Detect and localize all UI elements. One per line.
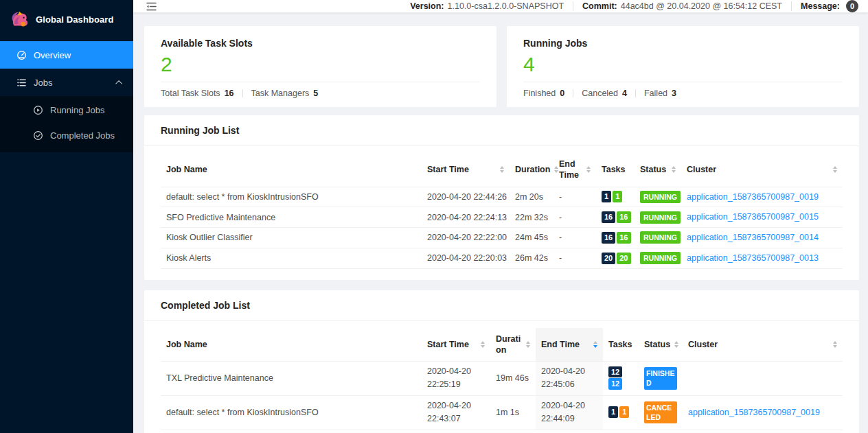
stat-value: 5 — [313, 89, 318, 98]
sort-icon[interactable] — [477, 341, 485, 348]
main-area: Version: 1.10.0-csa1.2.0.0-SNAPSHOT Comm… — [133, 0, 868, 433]
status-cell: RUNNING — [635, 187, 681, 207]
column-header-start-time[interactable]: Start Time — [422, 153, 510, 187]
sidebar-item-label: Completed Jobs — [50, 130, 115, 141]
sidebar-item-jobs[interactable]: Jobs — [0, 69, 133, 96]
sort-icon[interactable] — [550, 166, 558, 173]
card-header: Running Job List — [144, 115, 859, 146]
content: Available Task Slots 2 Total Task Slots … — [133, 12, 868, 433]
card-title: Running Jobs — [523, 38, 843, 49]
start-time-cell: 2020-04-20 22:43:07 — [422, 395, 490, 430]
available-task-slots-value: 2 — [161, 53, 480, 75]
jobs-submenu: Running Jobs Completed Jobs — [0, 96, 133, 152]
sort-icon[interactable] — [667, 166, 676, 173]
sidebar-menu: Overview Jobs — [0, 41, 133, 152]
job-row: Kiosk Outlier Classifier 2020-04-20 22:2… — [161, 228, 843, 248]
dashboard-icon — [16, 50, 27, 60]
cluster-link[interactable]: application_1587365700987_0013 — [687, 253, 819, 263]
sort-icon[interactable] — [496, 166, 504, 173]
column-header-end-time[interactable]: End Time — [536, 328, 603, 362]
job-row: SFO Predictive Maintenance 2020-04-20 22… — [161, 207, 843, 228]
tasks-state-badge: 1 — [619, 406, 629, 418]
column-header-status[interactable]: Status — [639, 328, 683, 362]
cluster-link[interactable]: application_1587365700987_0015 — [687, 212, 819, 222]
job-row: default: select * from KioskIntrusionSFO… — [161, 187, 843, 207]
sidebar-item-label: Overview — [34, 50, 71, 60]
cluster-cell: application_1587365700987_0019 — [683, 395, 843, 430]
column-header-duration[interactable]: Duration — [490, 328, 536, 362]
sort-icon[interactable] — [670, 341, 678, 348]
job-name-cell: Kiosk Outlier Classifier — [161, 228, 422, 248]
status-cell: CANCELED — [639, 395, 683, 430]
sidebar-item-completed-jobs[interactable]: Completed Jobs — [0, 123, 133, 148]
card-title: Available Task Slots — [161, 38, 480, 49]
column-header-tasks: Tasks — [596, 153, 635, 187]
tasks-cell: 2020 — [596, 248, 635, 268]
sort-icon-active-desc[interactable] — [589, 341, 597, 348]
tasks-cell: 1616 — [596, 207, 635, 228]
sort-icon[interactable] — [829, 341, 837, 348]
column-header-cluster[interactable]: Cluster — [683, 328, 843, 362]
tasks-state-badge: 16 — [617, 211, 630, 223]
app-title: Global Dashboard — [36, 14, 114, 25]
column-header-cluster[interactable]: Cluster — [681, 153, 843, 187]
status-badge: RUNNING — [640, 191, 681, 203]
stat-value: 16 — [225, 89, 234, 98]
tasks-state-badge: 1 — [613, 191, 622, 202]
column-header-end-time[interactable]: End Time — [553, 153, 596, 187]
tasks-cell: 11 — [596, 187, 635, 207]
sidebar-item-label: Running Jobs — [50, 105, 105, 115]
cluster-cell: application_1587365700987_0015 — [681, 207, 843, 228]
stat-value: 0 — [560, 89, 564, 98]
duration-cell: 26m 42s — [510, 248, 553, 268]
list-icon — [16, 78, 27, 88]
available-task-slots-card: Available Task Slots 2 Total Task Slots … — [144, 26, 496, 107]
status-badge: FINISHED — [644, 367, 677, 389]
tasks-total-badge: 16 — [602, 232, 615, 244]
stat-value: 4 — [622, 89, 627, 98]
table-header-row: Job Name Start Time Duration End Time Ta… — [161, 328, 843, 362]
cluster-cell: application_1587365700987_0013 — [681, 248, 843, 268]
tasks-state-badge: 12 — [608, 378, 622, 390]
tasks-state-badge: 20 — [617, 253, 630, 264]
card-header: Completed Job List — [144, 290, 859, 321]
column-header-start-time[interactable]: Start Time — [422, 328, 490, 362]
message-label: Message: — [801, 1, 840, 11]
logo-row: Global Dashboard — [0, 0, 133, 38]
cluster-link[interactable]: application_1587365700987_0019 — [687, 192, 819, 202]
message-count-badge[interactable]: 0 — [846, 0, 858, 12]
card-body: Job Name Start Time Duration End Time Ta… — [144, 146, 859, 280]
column-header-status[interactable]: Status — [635, 153, 681, 187]
running-jobs-table: Job Name Start Time Duration End Time Ta… — [161, 153, 843, 269]
end-time-cell: - — [553, 187, 596, 207]
sidebar-item-running-jobs[interactable]: Running Jobs — [0, 97, 133, 123]
topbar: Version: 1.10.0-csa1.2.0.0-SNAPSHOT Comm… — [133, 0, 868, 12]
start-time-cell: 2020-04-20 22:44:26 — [422, 187, 510, 207]
stat-label: Task Managers — [251, 89, 310, 98]
tasks-total-badge: 1 — [608, 406, 618, 418]
status-cell: RUNNING — [635, 228, 681, 248]
status-cell: RUNNING — [635, 248, 681, 268]
job-name-cell: TXL Predictive Maintenance — [161, 362, 422, 396]
column-header-duration[interactable]: Duration — [510, 153, 553, 187]
sidebar-item-overview[interactable]: Overview — [0, 41, 133, 69]
menu-fold-icon[interactable] — [146, 1, 157, 12]
stat-cards-row: Available Task Slots 2 Total Task Slots … — [144, 26, 859, 107]
stat-label: Failed — [644, 89, 667, 98]
sort-icon[interactable] — [582, 166, 591, 173]
tasks-total-badge: 12 — [608, 366, 622, 378]
table-header-row: Job Name Start Time Duration End Time Ta… — [161, 153, 843, 187]
cluster-cell — [683, 362, 843, 396]
sort-icon[interactable] — [829, 166, 837, 173]
cluster-link[interactable]: application_1587365700987_0014 — [687, 233, 819, 242]
app-root: Global Dashboard Overview — [0, 0, 868, 433]
version-label: Version: — [410, 1, 444, 11]
stat-label: Total Task Slots — [161, 89, 220, 98]
version-value: 1.10.0-csa1.2.0.0-SNAPSHOT — [448, 1, 564, 11]
tasks-cell: 1212 — [603, 362, 639, 396]
cluster-link[interactable]: application_1587365700987_0019 — [688, 408, 820, 417]
completed-jobs-table: Job Name Start Time Duration End Time Ta… — [161, 328, 843, 430]
end-time-cell: - — [553, 207, 596, 228]
end-time-cell: 2020-04-20 22:44:09 — [536, 395, 603, 430]
sort-icon[interactable] — [522, 341, 530, 348]
